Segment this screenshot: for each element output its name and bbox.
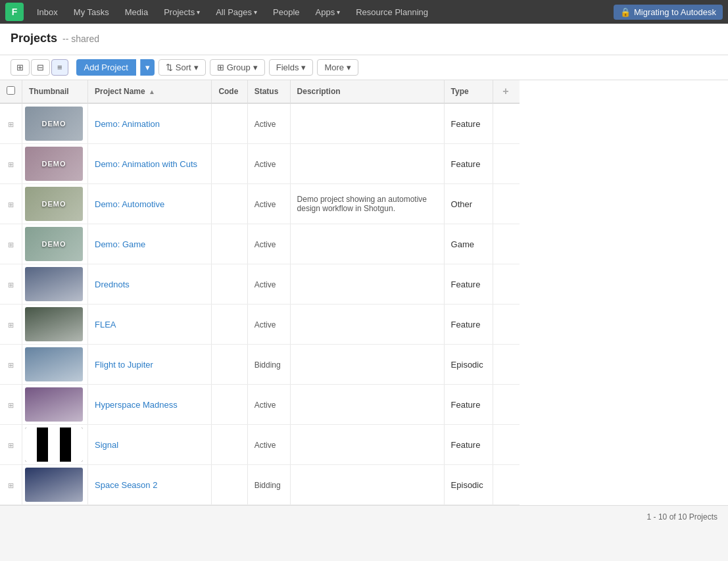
row-checkbox-cell[interactable]: ⊞ — [0, 425, 22, 465]
view-grid-button[interactable]: ⊞ — [11, 59, 30, 76]
nav-media[interactable]: Media — [118, 5, 155, 20]
row-thumbnail[interactable] — [22, 465, 88, 505]
table-row: ⊞DEMODemo: GameActiveGame — [0, 224, 520, 264]
row-project-name[interactable]: Demo: Game — [88, 224, 212, 264]
add-project-dropdown-button[interactable]: ▾ — [140, 59, 155, 76]
row-type: Other — [444, 184, 493, 224]
row-thumbnail[interactable]: DEMO — [22, 184, 88, 224]
row-checkbox-cell[interactable]: ⊞ — [0, 385, 22, 425]
row-thumbnail[interactable] — [22, 425, 88, 465]
row-checkbox-cell[interactable]: ⊞ — [0, 305, 22, 345]
fields-button[interactable]: Fields ▾ — [269, 59, 314, 76]
project-name-link[interactable]: Drednots — [95, 280, 130, 289]
th-checkbox[interactable] — [0, 80, 22, 103]
nav-all-pages[interactable]: All Pages ▾ — [209, 5, 264, 20]
th-thumbnail: Thumbnail — [22, 80, 88, 103]
view-toggle-group: ⊞ ⊟ ≡ — [11, 59, 68, 76]
add-project-button[interactable]: Add Project — [76, 59, 136, 76]
view-kanban-button[interactable]: ⊟ — [31, 59, 50, 76]
more-button[interactable]: More ▾ — [317, 59, 358, 76]
project-name-link[interactable]: Signal — [95, 440, 118, 450]
page-title: Projects — [11, 32, 57, 45]
row-thumbnail[interactable]: DEMO — [22, 224, 88, 264]
project-name-link[interactable]: Demo: Animation with Cuts — [95, 159, 197, 169]
project-name-link[interactable]: FLEA — [95, 320, 116, 329]
project-name-link[interactable]: Space Season 2 — [95, 480, 157, 490]
page-footer: 1 - 10 of 10 Projects — [0, 505, 728, 528]
sort-icon: ⇅ — [166, 62, 173, 72]
row-checkbox-cell[interactable]: ⊞ — [0, 224, 22, 264]
table-row: ⊞DEMODemo: Animation with CutsActiveFeat… — [0, 144, 520, 184]
row-menu-icon: ⊞ — [8, 241, 14, 249]
row-type: Feature — [444, 264, 493, 305]
nav-my-tasks[interactable]: My Tasks — [67, 5, 116, 20]
row-thumbnail[interactable]: DEMO — [22, 103, 88, 144]
row-code — [212, 184, 247, 224]
nav-apps[interactable]: Apps ▾ — [309, 5, 347, 20]
row-thumbnail[interactable] — [22, 264, 88, 305]
nav-inbox[interactable]: Inbox — [30, 5, 64, 20]
row-checkbox-cell[interactable]: ⊞ — [0, 184, 22, 224]
project-name-link[interactable]: Demo: Automotive — [95, 199, 164, 209]
row-project-name[interactable]: FLEA — [88, 305, 212, 345]
all-pages-dropdown-icon: ▾ — [254, 9, 257, 16]
row-thumbnail[interactable] — [22, 385, 88, 425]
table-row: ⊞Space Season 2BiddingEpisodic — [0, 465, 520, 505]
project-name-link[interactable]: Demo: Animation — [95, 119, 160, 129]
th-type: Type — [444, 80, 493, 103]
row-project-name[interactable]: Flight to Jupiter — [88, 345, 212, 385]
row-code — [212, 224, 247, 264]
row-status: Active — [247, 144, 290, 184]
select-all-checkbox[interactable] — [7, 86, 15, 95]
app-logo[interactable]: F — [5, 3, 24, 21]
project-name-link[interactable]: Demo: Game — [95, 239, 145, 249]
nav-resource-planning[interactable]: Resource Planning — [349, 5, 435, 20]
row-extra — [493, 264, 520, 305]
row-checkbox-cell[interactable]: ⊞ — [0, 144, 22, 184]
row-project-name[interactable]: Hyperspace Madness — [88, 385, 212, 425]
pagination-info: 1 - 10 of 10 Projects — [647, 512, 717, 522]
row-menu-icon: ⊞ — [8, 361, 14, 369]
row-type: Feature — [444, 144, 493, 184]
row-project-name[interactable]: Space Season 2 — [88, 465, 212, 505]
row-checkbox-cell[interactable]: ⊞ — [0, 465, 22, 505]
th-project-name[interactable]: Project Name ▲ — [88, 80, 212, 103]
group-button[interactable]: ⊞ Group ▾ — [210, 59, 265, 76]
add-column-icon[interactable]: + — [500, 85, 511, 97]
row-project-name[interactable]: Demo: Animation — [88, 103, 212, 144]
sort-button[interactable]: ⇅ Sort ▾ — [158, 59, 206, 76]
row-status: Active — [247, 103, 290, 144]
project-name-sort-icon: ▲ — [149, 88, 155, 95]
row-project-name[interactable]: Demo: Animation with Cuts — [88, 144, 212, 184]
row-project-name[interactable]: Signal — [88, 425, 212, 465]
group-dropdown-icon: ▾ — [253, 62, 258, 72]
grid-icon: ⊞ — [16, 62, 24, 72]
view-list-button[interactable]: ≡ — [51, 59, 68, 76]
row-status: Active — [247, 305, 290, 345]
nav-people[interactable]: People — [266, 5, 306, 20]
row-project-name[interactable]: Drednots — [88, 264, 212, 305]
row-description — [290, 264, 444, 305]
row-thumbnail[interactable] — [22, 305, 88, 345]
row-checkbox-cell[interactable]: ⊞ — [0, 345, 22, 385]
toolbar: ⊞ ⊟ ≡ Add Project ▾ ⇅ Sort ▾ ⊞ Group ▾ F… — [0, 55, 728, 80]
project-name-link[interactable]: Flight to Jupiter — [95, 360, 153, 370]
row-thumbnail[interactable] — [22, 345, 88, 385]
row-thumbnail[interactable]: DEMO — [22, 144, 88, 184]
fields-dropdown-icon: ▾ — [301, 62, 306, 72]
row-checkbox-cell[interactable]: ⊞ — [0, 264, 22, 305]
project-name-link[interactable]: Hyperspace Madness — [95, 400, 178, 410]
table-row: ⊞SignalActiveFeature — [0, 425, 520, 465]
nav-projects[interactable]: Projects ▾ — [157, 5, 206, 20]
row-project-name[interactable]: Demo: Automotive — [88, 184, 212, 224]
nav-migrate[interactable]: 🔒 Migrating to Autodesk — [614, 5, 723, 20]
chevron-down-icon: ▾ — [145, 62, 150, 72]
row-code — [212, 465, 247, 505]
row-extra — [493, 385, 520, 425]
row-extra — [493, 345, 520, 385]
row-menu-icon: ⊞ — [8, 201, 14, 208]
row-code — [212, 264, 247, 305]
th-add-column[interactable]: + — [493, 80, 520, 103]
row-menu-icon: ⊞ — [8, 401, 14, 409]
row-checkbox-cell[interactable]: ⊞ — [0, 103, 22, 144]
